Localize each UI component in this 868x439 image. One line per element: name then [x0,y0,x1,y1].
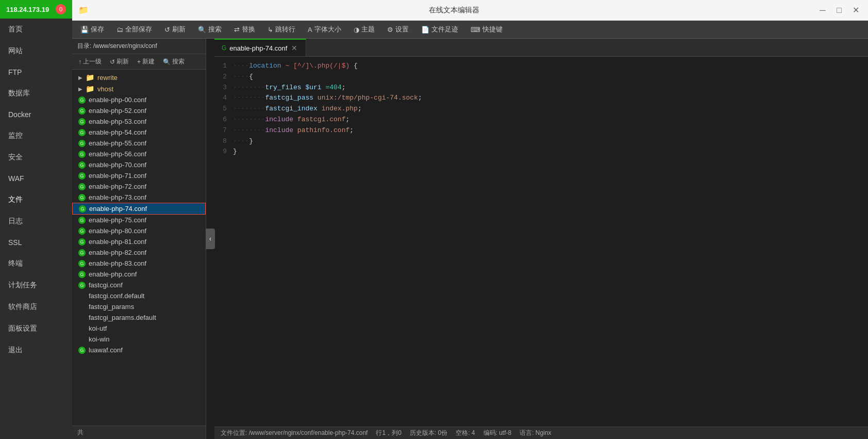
file-fastcgi-params-label: fastcgi_params [89,303,134,311]
maximize-button[interactable]: □ [833,4,845,17]
file-enable-php-56[interactable]: G enable-php-56.conf [72,149,206,159]
file-fastcgi-conf-default[interactable]: fastcgi.conf.default [72,290,206,301]
sidebar-item-store[interactable]: 软件商店 [0,296,72,318]
settings-label: 设置 [395,25,409,34]
tab-enable-php-74[interactable]: G enable-php-74.conf ✕ [214,39,306,56]
file-status-icon: G [78,172,86,180]
file-enable-php-81-label: enable-php-81.conf [89,238,146,246]
line-number-1: 1 [214,61,233,72]
sidebar-item-files[interactable]: 文件 [0,189,72,210]
refresh-button[interactable]: ↺ 刷新 [162,24,188,35]
file-enable-php-80-label: enable-php-80.conf [89,227,146,235]
sidebar-label-terminal: 终端 [8,259,23,268]
sidebar-nav: 首页 网站 FTP 数据库 Docker 监控 安全 WAF 文件 日志 SSL… [0,19,72,439]
file-enable-php-73[interactable]: G enable-php-73.conf [72,192,206,203]
sidebar-item-waf[interactable]: WAF [0,168,72,189]
file-enable-php-70[interactable]: G enable-php-70.conf [72,159,206,170]
goto-line-button[interactable]: ↳ 跳转行 [265,24,297,35]
file-enable-php-55[interactable]: G enable-php-55.conf [72,138,206,149]
shortcuts-button[interactable]: ⌨ 快捷键 [469,24,505,35]
refresh-dir-button[interactable]: ↺ 刷新 [108,56,131,67]
theme-button[interactable]: ◑ 主题 [352,24,377,35]
line-content-9: } [233,147,868,157]
file-enable-php-53-label: enable-php-53.conf [89,118,146,125]
sidebar-item-logs[interactable]: 日志 [0,210,72,232]
file-enable-php-52[interactable]: G enable-php-52.conf [72,105,206,116]
file-koi-utf-label: koi-utf [89,324,107,332]
file-enable-php-80[interactable]: G enable-php-80.conf [72,225,206,236]
file-fastcgi-params-default[interactable]: fastcgi_params.default [72,312,206,323]
sidebar-label-cron: 计划任务 [8,281,37,290]
font-size-label: 字体大小 [314,25,341,34]
code-line-6: 6 ········include fastcgi.conf; [214,115,868,125]
file-koi-utf[interactable]: koi-utf [72,323,206,334]
file-history-icon: 📄 [421,26,429,34]
line-content-7: ········include pathinfo.conf; [233,125,868,136]
file-browser: 目录: /www/server/nginx/conf ↑ 上一级 ↺ 刷新 + … [72,39,206,439]
line-number-3: 3 [214,83,233,93]
file-koi-win[interactable]: koi-win [72,334,206,345]
collapse-panel-button[interactable]: ‹ [206,229,215,249]
sidebar-label-files: 文件 [8,195,23,204]
file-enable-php-72[interactable]: G enable-php-72.conf [72,181,206,192]
sidebar-item-monitor[interactable]: 监控 [0,125,72,147]
code-editor[interactable]: 1 ····location ~ [^/]\.php(/|$) { 2 ····… [214,57,868,427]
replace-button[interactable]: ⇄ 替换 [232,24,257,35]
line-number-6: 6 [214,115,233,125]
folder-vhost[interactable]: ▶ 📁 vhost [72,83,206,94]
file-plain-icon [78,325,86,332]
file-enable-php-54[interactable]: G enable-php-54.conf [72,127,206,138]
search-button[interactable]: 🔍 搜索 [196,24,224,35]
sidebar-item-panel-settings[interactable]: 面板设置 [0,318,72,339]
sidebar-item-ssl[interactable]: SSL [0,232,72,253]
sidebar-item-logout[interactable]: 退出 [0,339,72,361]
sidebar-item-website[interactable]: 网站 [0,40,72,62]
minimize-button[interactable]: ─ [816,4,829,17]
line-number-5: 5 [214,104,233,115]
file-history-button[interactable]: 📄 文件足迹 [419,24,460,35]
sidebar-item-database[interactable]: 数据库 [0,83,72,104]
breadcrumb: 目录: /www/server/nginx/conf [72,39,206,54]
sidebar-item-cron[interactable]: 计划任务 [0,274,72,296]
sidebar-item-home[interactable]: 首页 [0,19,72,40]
file-enable-php-71[interactable]: G enable-php-71.conf [72,170,206,181]
sidebar-item-terminal[interactable]: 终端 [0,253,72,274]
line-content-2: ····{ [233,72,868,83]
file-enable-php-82[interactable]: G enable-php-82.conf [72,247,206,258]
file-enable-php-82-label: enable-php-82.conf [89,249,146,256]
code-line-1: 1 ····location ~ [^/]\.php(/|$) { [214,61,868,72]
file-enable-php-75[interactable]: G enable-php-75.conf [72,215,206,225]
parent-dir-button[interactable]: ↑ 上一级 [76,56,104,67]
tab-close-button[interactable]: ✕ [290,44,298,52]
search-dir-button[interactable]: 🔍 搜索 [161,56,187,67]
folder-rewrite[interactable]: ▶ 📁 rewrite [72,72,206,83]
window-controls: ─ □ ✕ [816,4,862,17]
file-enable-php-83[interactable]: G enable-php-83.conf [72,258,206,269]
file-luawaf-conf[interactable]: G luawaf.conf [72,345,206,355]
file-enable-php[interactable]: G enable-php.conf [72,269,206,280]
sidebar-item-docker[interactable]: Docker [0,104,72,125]
file-fastcgi-params[interactable]: fastcgi_params [72,301,206,312]
file-enable-php-00[interactable]: G enable-php-00.conf [72,94,206,105]
save-all-button[interactable]: 🗂 全部保存 [114,24,154,35]
file-plain-icon [78,303,86,311]
file-enable-php-74[interactable]: G enable-php-74.conf [72,203,206,215]
font-size-button[interactable]: A 字体大小 [306,24,343,35]
close-button[interactable]: ✕ [849,4,862,17]
sidebar: 118.24.173.19 0 首页 网站 FTP 数据库 Docker 监控 … [0,0,72,439]
line-content-6: ········include fastcgi.conf; [233,115,868,125]
line-content-5: ········fastcgi_index index.php; [233,104,868,115]
line-content-1: ····location ~ [^/]\.php(/|$) { [233,61,868,72]
save-button[interactable]: 💾 保存 [78,24,106,35]
settings-button[interactable]: ⚙ 设置 [385,24,411,35]
file-enable-php-81[interactable]: G enable-php-81.conf [72,236,206,247]
sidebar-item-security[interactable]: 安全 [0,147,72,168]
new-file-button[interactable]: + 新建 [135,56,157,67]
file-status-icon: G [78,107,86,115]
file-enable-php-53[interactable]: G enable-php-53.conf [72,116,206,127]
file-fastcgi-conf[interactable]: G fastcgi.conf [72,280,206,290]
tab-file-icon: G [222,44,226,52]
content-area: 目录: /www/server/nginx/conf ↑ 上一级 ↺ 刷新 + … [72,39,868,439]
file-enable-php-73-label: enable-php-73.conf [89,193,146,201]
sidebar-item-ftp[interactable]: FTP [0,62,72,83]
